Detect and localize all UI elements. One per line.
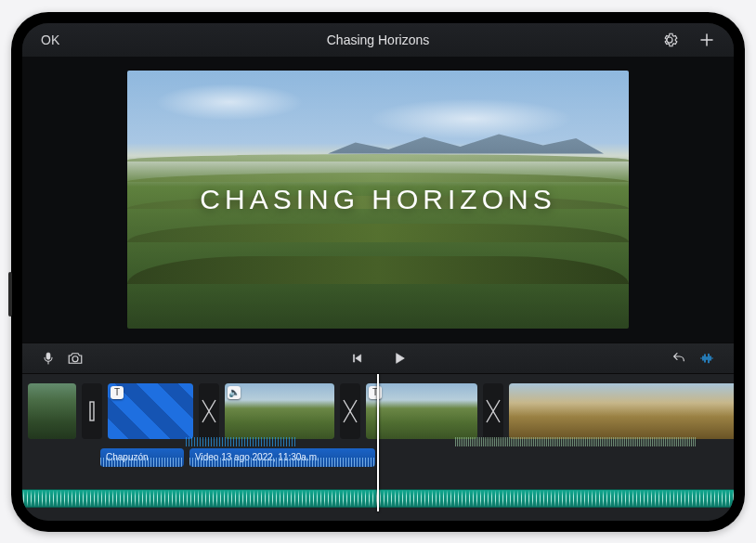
clip-audio-waveforms — [22, 437, 734, 446]
music-waveform — [22, 490, 734, 507]
transition-cut[interactable] — [82, 383, 102, 439]
clip-thumbnail — [225, 383, 334, 439]
attached-audio-clip[interactable]: Chapuzón — [100, 448, 184, 467]
clip-waveform — [455, 437, 697, 446]
title-overlay: CHASING HORIZONS — [127, 71, 629, 329]
background-music-track[interactable] — [22, 489, 734, 508]
camera-icon — [67, 351, 84, 366]
video-clip[interactable]: T — [366, 383, 477, 439]
skip-back-icon — [349, 352, 364, 365]
undo-button[interactable] — [665, 347, 693, 369]
title-badge-icon: T — [111, 386, 124, 399]
audio-waveform-toggle-button[interactable] — [693, 347, 721, 369]
preview-viewer[interactable]: CHASING HORIZONS — [22, 57, 734, 343]
go-to-start-button[interactable] — [344, 347, 370, 369]
transition-bowtie[interactable] — [199, 383, 219, 439]
transport-bar — [22, 343, 734, 374]
ipad-device-frame: OK Chasing Horizons — [11, 12, 745, 532]
transition-bowtie[interactable] — [340, 383, 360, 439]
camera-import-button[interactable] — [61, 347, 89, 369]
clip-thumbnail — [366, 383, 477, 439]
audio-clip-waveform — [100, 458, 184, 467]
play-button[interactable] — [386, 347, 412, 369]
microphone-icon — [41, 351, 56, 366]
transition-bowtie[interactable] — [483, 383, 503, 439]
add-media-button[interactable] — [693, 28, 721, 52]
plus-icon — [698, 32, 715, 48]
clip-thumbnail — [509, 383, 734, 439]
clip-thumbnail — [28, 383, 76, 439]
svg-rect-0 — [90, 402, 94, 420]
audio-badge-icon: 🔈 — [228, 386, 241, 399]
video-track[interactable]: T🔈T — [22, 383, 734, 439]
title-clip[interactable]: T — [108, 383, 193, 439]
app-header: OK Chasing Horizons — [22, 23, 734, 57]
video-clip[interactable]: 🔈 — [225, 383, 334, 439]
clip-waveform — [186, 437, 295, 446]
gear-icon — [661, 32, 678, 48]
project-title: Chasing Horizons — [22, 32, 734, 47]
record-voiceover-button[interactable] — [35, 347, 61, 369]
app-screen: OK Chasing Horizons — [22, 23, 734, 521]
timeline[interactable]: T🔈T ChapuzónVideo 13 ago 2022, 11:30a.m. — [22, 374, 734, 521]
play-icon — [392, 351, 407, 366]
ok-button[interactable]: OK — [35, 29, 65, 51]
attached-audio-track[interactable]: ChapuzónVideo 13 ago 2022, 11:30a.m. — [22, 448, 734, 469]
tablet-side-button — [8, 272, 12, 317]
title-badge-icon: T — [369, 386, 382, 399]
audio-waveform-icon — [698, 351, 715, 366]
video-clip[interactable] — [509, 383, 734, 439]
preview-frame: CHASING HORIZONS — [127, 71, 629, 329]
attached-audio-clip[interactable]: Video 13 ago 2022, 11:30a.m. — [189, 448, 375, 467]
video-clip[interactable] — [28, 383, 76, 439]
undo-icon — [671, 351, 687, 366]
audio-clip-waveform — [189, 458, 375, 467]
project-settings-button[interactable] — [656, 28, 684, 52]
transport-center — [22, 347, 734, 369]
